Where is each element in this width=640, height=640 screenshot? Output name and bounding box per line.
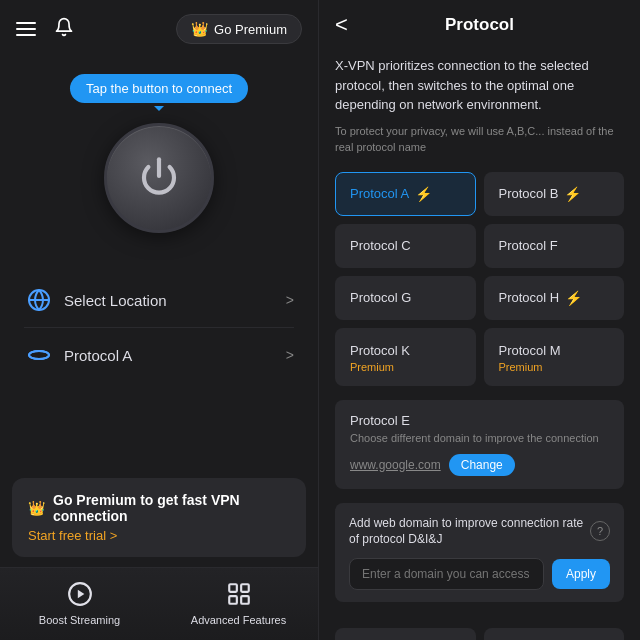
- header-left: [16, 17, 74, 41]
- protocol-card-h[interactable]: Protocol H ⚡: [484, 276, 625, 320]
- protocol-g-name: Protocol G: [350, 290, 411, 305]
- advanced-features-label: Advanced Features: [191, 614, 286, 626]
- bottom-nav: Boost Streaming Advanced Features: [0, 567, 318, 640]
- protocol-row[interactable]: Protocol A >: [0, 328, 318, 382]
- protocol-card-d[interactable]: Protocol D: [335, 628, 476, 640]
- protocol-card-m[interactable]: Protocol M Premium: [484, 328, 625, 386]
- protocol-card-f[interactable]: Protocol F: [484, 224, 625, 268]
- protocol-f-name: Protocol F: [499, 238, 558, 253]
- advanced-features-icon: [225, 580, 253, 608]
- info-icon[interactable]: ?: [590, 521, 610, 541]
- description-sub: To protect your privacy, we will use A,B…: [335, 123, 624, 156]
- domain-input-header: Add web domain to improve connection rat…: [349, 515, 610, 549]
- domain-input-field[interactable]: [349, 558, 544, 590]
- protocol-card-c[interactable]: Protocol C: [335, 224, 476, 268]
- protocol-label: Protocol A: [64, 347, 276, 364]
- domain-input-label: Add web domain to improve connection rat…: [349, 515, 590, 549]
- go-premium-button[interactable]: 👑 Go Premium: [176, 14, 302, 44]
- description-main: X-VPN prioritizes connection to the sele…: [335, 56, 624, 115]
- protocol-m-content: Protocol M Premium: [499, 341, 561, 373]
- protocol-card-e[interactable]: Protocol E Choose different domain to im…: [335, 400, 624, 489]
- location-label: Select Location: [64, 292, 276, 309]
- domain-input-section: Add web domain to improve connection rat…: [335, 503, 624, 603]
- protocol-chevron: >: [286, 347, 294, 363]
- location-chevron: >: [286, 292, 294, 308]
- protocol-grid: Protocol A ⚡ Protocol B ⚡ Protocol C Pro…: [335, 172, 624, 386]
- crown-icon: 👑: [191, 21, 208, 37]
- right-content: X-VPN prioritizes connection to the sele…: [319, 44, 640, 628]
- right-header: < Protocol: [319, 0, 640, 44]
- protocol-h-lightning: ⚡: [565, 290, 582, 306]
- right-panel: < Protocol X-VPN prioritizes connection …: [318, 0, 640, 640]
- banner-subtitle[interactable]: Start free trial >: [28, 528, 290, 543]
- protocol-k-name: Protocol K: [350, 343, 410, 358]
- protocol-m-name: Protocol M: [499, 343, 561, 358]
- nav-boost-streaming[interactable]: Boost Streaming: [0, 568, 159, 640]
- globe-icon: [24, 285, 54, 315]
- svg-rect-8: [229, 596, 237, 604]
- domain-input-row: Apply: [349, 558, 610, 590]
- protocol-card-g[interactable]: Protocol G: [335, 276, 476, 320]
- protocol-icon: [24, 340, 54, 370]
- protocol-b-lightning: ⚡: [564, 186, 581, 202]
- protocol-card-a[interactable]: Protocol A ⚡: [335, 172, 476, 216]
- power-icon: [139, 156, 179, 200]
- svg-rect-6: [229, 584, 237, 592]
- connect-tooltip: Tap the button to connect: [70, 74, 248, 103]
- back-button[interactable]: <: [335, 14, 348, 36]
- protocol-e-name: Protocol E: [350, 413, 410, 428]
- protocol-k-content: Protocol K Premium: [350, 341, 410, 373]
- connect-area: Tap the button to connect: [0, 54, 318, 263]
- bell-icon[interactable]: [54, 17, 74, 41]
- svg-rect-7: [241, 584, 249, 592]
- protocol-e-domain-link[interactable]: www.google.com: [350, 458, 441, 472]
- svg-rect-9: [241, 596, 249, 604]
- protocol-b-name: Protocol B: [499, 186, 559, 201]
- spacer: [0, 382, 318, 468]
- protocol-c-name: Protocol C: [350, 238, 411, 253]
- premium-banner: 👑 Go Premium to get fast VPN connection …: [12, 478, 306, 557]
- left-header: 👑 Go Premium: [0, 0, 318, 54]
- right-panel-title: Protocol: [445, 15, 514, 35]
- change-domain-button[interactable]: Change: [449, 454, 515, 476]
- hamburger-icon[interactable]: [16, 22, 36, 36]
- protocol-m-premium: Premium: [499, 361, 561, 373]
- protocol-e-domain-row: www.google.com Change: [350, 454, 515, 476]
- protocol-card-k[interactable]: Protocol K Premium: [335, 328, 476, 386]
- left-panel: 👑 Go Premium Tap the button to connect: [0, 0, 318, 640]
- power-button[interactable]: [104, 123, 214, 233]
- boost-streaming-label: Boost Streaming: [39, 614, 120, 626]
- protocol-card-i[interactable]: Protocol I: [484, 628, 625, 640]
- protocol-h-name: Protocol H: [499, 290, 560, 305]
- boost-streaming-icon: [66, 580, 94, 608]
- protocol-e-desc: Choose different domain to improve the c…: [350, 432, 599, 444]
- protocol-a-name: Protocol A: [350, 186, 409, 201]
- svg-marker-5: [77, 590, 84, 599]
- apply-button[interactable]: Apply: [552, 559, 610, 589]
- banner-crown-icon: 👑: [28, 500, 45, 516]
- protocol-a-lightning: ⚡: [415, 186, 432, 202]
- banner-title: 👑 Go Premium to get fast VPN connection: [28, 492, 290, 524]
- select-location-row[interactable]: Select Location >: [0, 273, 318, 327]
- protocol-card-b[interactable]: Protocol B ⚡: [484, 172, 625, 216]
- protocol-k-premium: Premium: [350, 361, 410, 373]
- bottom-protocols: Protocol D Protocol I: [319, 628, 640, 640]
- nav-advanced-features[interactable]: Advanced Features: [159, 568, 318, 640]
